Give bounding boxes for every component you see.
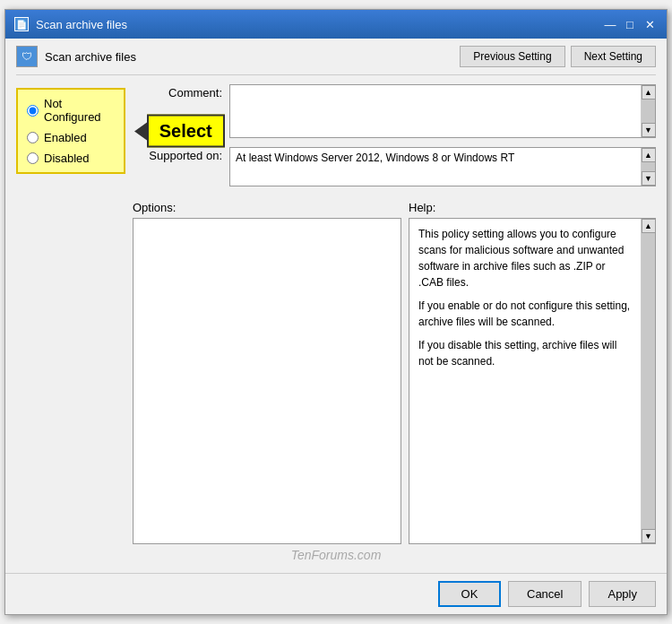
radio-not-configured-label: Not Configured — [44, 97, 115, 124]
select-arrow — [134, 122, 147, 140]
content-area: 🛡 Scan archive files Previous Setting Ne… — [5, 39, 667, 573]
scroll-down-btn[interactable]: ▼ — [642, 123, 656, 137]
supported-field: At least Windows Server 2012, Windows 8 … — [229, 147, 656, 186]
supported-scroll-up[interactable]: ▲ — [642, 148, 656, 162]
radio-disabled[interactable]: Disabled — [27, 152, 115, 165]
supported-scroll-down[interactable]: ▼ — [642, 171, 656, 186]
select-callout: Select — [134, 115, 225, 148]
help-scroll-up[interactable]: ▲ — [642, 219, 656, 233]
comment-scrollbar: ▲ ▼ — [641, 85, 655, 137]
window-icon: 📄 — [14, 17, 29, 31]
help-text-area: This policy setting allows you to config… — [409, 219, 641, 543]
lower-section: Options: Help: This policy setting allow… — [133, 201, 656, 544]
header-row: 🛡 Scan archive files Previous Setting Ne… — [16, 46, 656, 75]
comment-input[interactable] — [230, 85, 641, 137]
main-body: Not Configured Enabled Disabled — [16, 84, 656, 544]
watermark: TenForums.com — [16, 544, 656, 566]
radio-not-configured[interactable]: Not Configured — [27, 97, 115, 124]
minimize-button[interactable]: — — [602, 16, 618, 32]
radio-enabled-label: Enabled — [44, 131, 87, 144]
title-bar: 📄 Scan archive files — □ ✕ — [5, 10, 667, 39]
apply-button[interactable]: Apply — [589, 581, 656, 607]
next-setting-button[interactable]: Next Setting — [571, 46, 656, 67]
footer-bar: OK Cancel Apply — [5, 573, 667, 614]
help-panel: This policy setting allows you to config… — [409, 218, 656, 544]
close-button[interactable]: ✕ — [642, 16, 658, 32]
left-panel: Not Configured Enabled Disabled — [16, 84, 133, 544]
header-left: 🛡 Scan archive files — [16, 46, 136, 67]
supported-scrollbar: ▲ ▼ — [641, 148, 655, 186]
help-label: Help: — [409, 201, 656, 214]
help-scrollbar: ▲ ▼ — [641, 219, 655, 543]
select-label: Select — [147, 115, 225, 148]
options-panel — [133, 218, 401, 544]
supported-scroll-track — [642, 162, 655, 171]
scroll-track — [642, 100, 655, 123]
right-panel: Comment: ▲ ▼ Supported on: At least — [133, 84, 656, 544]
previous-setting-button[interactable]: Previous Setting — [460, 46, 564, 67]
radio-container: Not Configured Enabled Disabled — [16, 88, 125, 174]
cancel-button[interactable]: Cancel — [508, 581, 582, 607]
supported-row: Supported on: At least Windows Server 20… — [133, 147, 656, 186]
comment-field: ▲ ▼ — [229, 84, 656, 138]
header-buttons: Previous Setting Next Setting — [460, 46, 656, 67]
radio-group: Not Configured Enabled Disabled — [16, 88, 125, 174]
title-bar-left: 📄 Scan archive files — [14, 17, 127, 31]
options-label: Options: — [133, 201, 409, 214]
main-window: 📄 Scan archive files — □ ✕ 🛡 Scan archiv… — [4, 9, 668, 615]
panels-row: This policy setting allows you to config… — [133, 218, 656, 544]
title-controls: — □ ✕ — [602, 16, 658, 32]
ok-button[interactable]: OK — [438, 581, 501, 607]
section-labels: Options: Help: — [133, 201, 656, 214]
help-paragraph-2: If you enable or do not configure this s… — [418, 298, 632, 330]
help-paragraph-3: If you disable this setting, archive fil… — [418, 337, 632, 369]
scroll-up-btn[interactable]: ▲ — [642, 85, 656, 100]
header-icon: 🛡 — [16, 46, 38, 67]
help-scroll-track — [642, 233, 655, 529]
supported-value: At least Windows Server 2012, Windows 8 … — [230, 148, 641, 186]
window-title: Scan archive files — [36, 18, 127, 31]
help-paragraph-1: This policy setting allows you to config… — [418, 226, 632, 290]
comment-label: Comment: — [133, 84, 222, 100]
radio-enabled[interactable]: Enabled — [27, 131, 115, 144]
help-scroll-down[interactable]: ▼ — [642, 529, 656, 543]
maximize-button[interactable]: □ — [622, 16, 638, 32]
supported-label: Supported on: — [133, 147, 222, 162]
radio-disabled-label: Disabled — [44, 152, 90, 165]
header-title: Scan archive files — [45, 50, 136, 64]
